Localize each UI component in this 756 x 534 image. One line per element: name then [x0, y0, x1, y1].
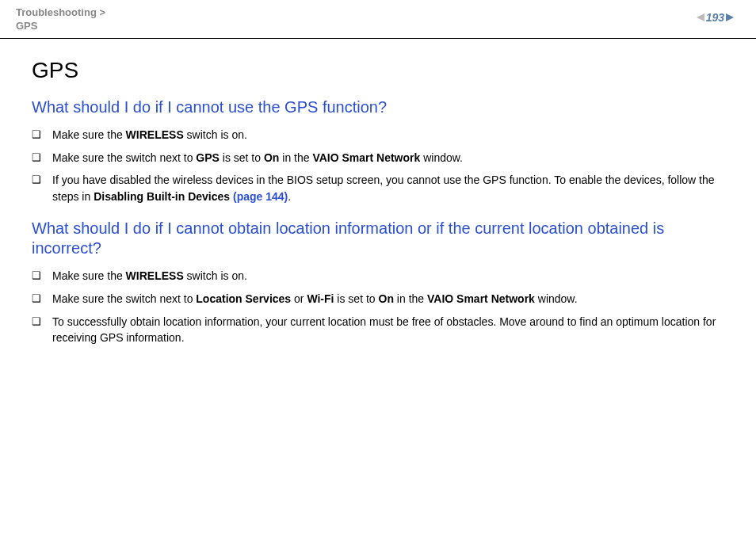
list-item-text: If you have disabled the wireless device… [52, 172, 734, 204]
list-item-text: Make sure the switch next to Location Se… [52, 291, 734, 307]
list-item-text: Make sure the WIRELESS switch is on. [52, 268, 734, 284]
breadcrumb-current: GPS [16, 20, 105, 33]
section-heading: What should I do if I cannot use the GPS… [32, 97, 734, 117]
bullet-icon: ❑ [32, 127, 41, 143]
list-item: ❑Make sure the switch next to Location S… [32, 291, 734, 307]
section: What should I do if I cannot use the GPS… [32, 97, 734, 204]
breadcrumb: Troubleshooting > GPS [16, 6, 105, 33]
bullet-list: ❑Make sure the WIRELESS switch is on.❑Ma… [32, 127, 734, 204]
bullet-icon: ❑ [32, 268, 41, 284]
list-item: ❑If you have disabled the wireless devic… [32, 172, 734, 204]
section-heading: What should I do if I cannot obtain loca… [32, 219, 734, 258]
list-item-text: Make sure the WIRELESS switch is on. [52, 127, 734, 143]
list-item: ❑Make sure the WIRELESS switch is on. [32, 268, 734, 284]
page-header: Troubleshooting > GPS 193 [0, 0, 756, 39]
next-page-icon[interactable] [726, 13, 734, 21]
section: What should I do if I cannot obtain loca… [32, 219, 734, 345]
bullet-list: ❑Make sure the WIRELESS switch is on.❑Ma… [32, 268, 734, 345]
page-nav: 193 [697, 11, 734, 24]
list-item-text: Make sure the switch next to GPS is set … [52, 150, 734, 166]
list-item-text: To successfully obtain location informat… [52, 314, 734, 346]
prev-page-icon[interactable] [697, 13, 704, 21]
bullet-icon: ❑ [32, 172, 41, 189]
breadcrumb-parent: Troubleshooting > [16, 6, 105, 20]
bullet-icon: ❑ [32, 291, 41, 307]
page-content: GPS What should I do if I cannot use the… [0, 39, 756, 345]
list-item: ❑Make sure the switch next to GPS is set… [32, 150, 734, 166]
list-item: ❑Make sure the WIRELESS switch is on. [32, 127, 734, 143]
bullet-icon: ❑ [32, 150, 41, 166]
page-reference-link[interactable]: (page 144) [233, 190, 288, 203]
page-title: GPS [32, 58, 734, 83]
bullet-icon: ❑ [32, 314, 41, 330]
list-item: ❑To successfully obtain location informa… [32, 314, 734, 346]
page-number: 193 [706, 11, 724, 24]
